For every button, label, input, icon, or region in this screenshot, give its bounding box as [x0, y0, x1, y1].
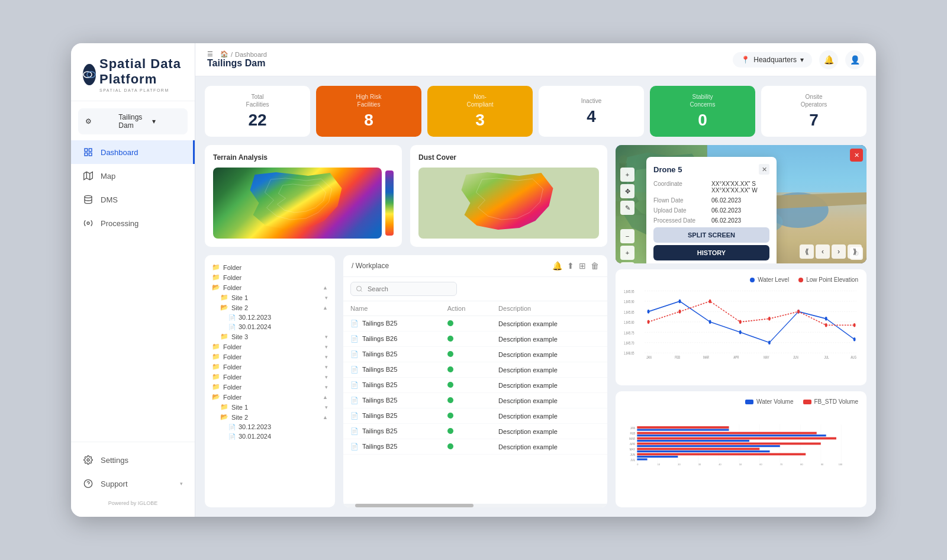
- bell-action-icon[interactable]: 🔔: [552, 261, 562, 271]
- sidebar-item-settings[interactable]: Settings: [71, 448, 195, 472]
- folder-item[interactable]: 📁Folder▾: [212, 372, 328, 382]
- file-description-cell: Description example: [491, 347, 607, 362]
- stat-onsite: OnsiteOperators 7: [761, 86, 867, 137]
- line-chart-card: Water Level Low Point Elevation 1,645.95: [616, 269, 867, 385]
- zoom-in-button[interactable]: +: [620, 168, 634, 182]
- folder-item[interactable]: 📁Folder: [212, 262, 328, 272]
- sidebar-item-dms[interactable]: DMS: [71, 188, 195, 211]
- drone-close-button[interactable]: ✕: [850, 149, 863, 162]
- folder-item[interactable]: 📁Folder▾: [212, 362, 328, 372]
- file-icon: 📄: [350, 427, 359, 435]
- table-row[interactable]: 📄Tailings B25 Description example: [343, 316, 607, 332]
- file-description-cell: Description example: [491, 332, 607, 347]
- drone-flown-value: 06.02.2023: [711, 197, 741, 204]
- chevron-down-icon: ▾: [180, 481, 183, 487]
- minus-button[interactable]: −: [620, 262, 634, 263]
- col-action: Action: [440, 301, 491, 316]
- table-row[interactable]: 📄Tailings B26 Description example: [343, 332, 607, 347]
- drone-coordinate-row: Coordinate XX°XX'XX.XX" SXX°XX'XX.XX" W: [653, 181, 769, 194]
- location-icon: 📍: [741, 56, 750, 64]
- folder-item-site3[interactable]: 📁Site 3▾: [212, 332, 328, 342]
- app-frame: Spatial Data Platform SPATIAL DATA PLATF…: [71, 43, 876, 517]
- drone-last-button[interactable]: ⟫: [848, 244, 862, 259]
- sidebar-item-support[interactable]: Support ▾: [71, 472, 195, 495]
- zoom-out-button[interactable]: −: [620, 229, 634, 243]
- drone-coord-label: Coordinate: [653, 181, 707, 194]
- dashboard-icon: [83, 147, 94, 157]
- svg-point-10: [87, 222, 89, 224]
- file-icon: 📄: [350, 412, 359, 419]
- folder-item[interactable]: 📂Folder▲: [212, 392, 328, 402]
- file-icon: 📄: [350, 443, 359, 450]
- folder-item-site2b[interactable]: 📂Site 2▲: [212, 412, 328, 422]
- svg-point-60: [825, 317, 827, 321]
- bar-feb-water: [637, 435, 826, 436]
- pan-button[interactable]: ✥: [620, 184, 634, 198]
- table-row[interactable]: 📄Tailings B25 Description example: [343, 408, 607, 424]
- table-row[interactable]: 📄Tailings B25 Description example: [343, 424, 607, 439]
- folder-item[interactable]: 📂Folder▲: [212, 282, 328, 292]
- drone-upload-label: Upload Date: [653, 207, 707, 214]
- svg-text:100: 100: [839, 464, 842, 466]
- file-icon: 📄: [350, 366, 359, 373]
- status-dot: [447, 336, 453, 342]
- folder-item-date4[interactable]: 📄30.01.2024: [212, 432, 328, 441]
- tailings-dam-dropdown[interactable]: ⚙ Tailings Dam ▾: [78, 108, 188, 134]
- edit-button[interactable]: ✎: [620, 201, 634, 215]
- plus-button[interactable]: +: [620, 246, 634, 260]
- scrollbar-thumb[interactable]: [355, 504, 474, 507]
- sidebar-item-map[interactable]: Map: [71, 164, 195, 188]
- drone-prev-button[interactable]: ‹: [816, 244, 830, 259]
- upload-icon[interactable]: ⬆: [567, 261, 574, 271]
- folder-item-date3[interactable]: 📄30.12.2023: [212, 422, 328, 432]
- folder-item-site2[interactable]: 📂Site 2▲: [212, 302, 328, 313]
- left-panel: Terrain Analysis: [205, 145, 607, 507]
- table-row[interactable]: 📄Tailings B25 Description example: [343, 362, 607, 378]
- user-profile-button[interactable]: 👤: [845, 50, 864, 69]
- dms-label: DMS: [101, 195, 118, 204]
- headquarters-selector[interactable]: 📍 Headquarters ▾: [733, 52, 812, 67]
- svg-text:JAN: JAN: [646, 355, 651, 359]
- table-row[interactable]: 📄Tailings B25 Description example: [343, 378, 607, 393]
- drone-popup-close-button[interactable]: ✕: [759, 164, 769, 175]
- split-screen-button[interactable]: SPLIT SCREEN: [653, 227, 769, 243]
- folder-item[interactable]: 📁Folder: [212, 272, 328, 282]
- svg-text:1,645.75: 1,645.75: [624, 330, 634, 335]
- add-folder-icon[interactable]: ⊞: [579, 261, 586, 271]
- menu-icon[interactable]: ☰: [207, 50, 213, 58]
- sidebar-item-processing[interactable]: Processing: [71, 211, 195, 235]
- logo-label: Spatial Data Platform: [99, 56, 181, 86]
- svg-text:JUN: JUN: [793, 355, 798, 359]
- drone-first-button[interactable]: ⟪: [800, 244, 814, 259]
- file-table: Name Action Description 📄Tailings B25 De…: [343, 301, 607, 504]
- processing-icon: [83, 218, 94, 228]
- drone-next-button[interactable]: ›: [832, 244, 846, 259]
- sidebar-item-dashboard[interactable]: Dashboard: [71, 140, 195, 164]
- folder-item[interactable]: 📁Folder▾: [212, 352, 328, 362]
- legend-fb-label: FB_STD Volume: [814, 398, 858, 405]
- bar-mar-std: [637, 437, 836, 440]
- folder-item-date2[interactable]: 📄30.01.2024: [212, 322, 328, 332]
- history-button[interactable]: HISTORY: [653, 245, 769, 260]
- table-scrollbar[interactable]: [343, 504, 607, 507]
- folder-item-site1b[interactable]: 📁Site 1▾: [212, 402, 328, 412]
- topbar: ☰ 🏠 / Dashboard Tailings Dam 📍 Headquart…: [195, 43, 876, 76]
- color-scale: [385, 170, 394, 236]
- folder-item-site1[interactable]: 📁Site 1▾: [212, 292, 328, 302]
- folder-item[interactable]: 📁Folder▾: [212, 342, 328, 352]
- file-name-cell: 📄Tailings B25: [343, 424, 440, 439]
- table-row[interactable]: 📄Tailings B25 Description example: [343, 347, 607, 362]
- search-input[interactable]: [350, 282, 457, 296]
- legend-bar-blue: [745, 400, 753, 404]
- svg-rect-2: [85, 149, 88, 152]
- table-row[interactable]: 📄Tailings B25 Description example: [343, 393, 607, 408]
- svg-text:1,645.85: 1,645.85: [624, 309, 634, 314]
- folder-item-date1[interactable]: 📄30.12.2023: [212, 313, 328, 322]
- file-description-cell: Description example: [491, 408, 607, 424]
- table-row[interactable]: 📄Tailings B25 Description example: [343, 439, 607, 455]
- svg-point-64: [709, 300, 711, 304]
- file-name-cell: 📄Tailings B25: [343, 408, 440, 424]
- delete-icon[interactable]: 🗑: [591, 261, 599, 271]
- folder-item[interactable]: 📁Folder▾: [212, 382, 328, 392]
- notification-button[interactable]: 🔔: [819, 50, 838, 69]
